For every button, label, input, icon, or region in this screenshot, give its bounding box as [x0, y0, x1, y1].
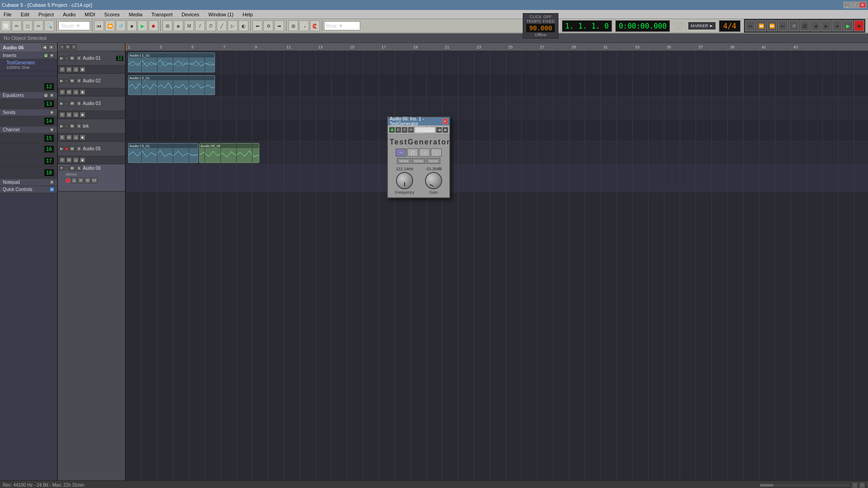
- transport-record[interactable]: ⏺: [148, 20, 158, 31]
- tp-rewind[interactable]: ⏪: [756, 20, 766, 31]
- track-lane-1[interactable]: Audio 01_01: [126, 51, 868, 74]
- track-mon-6[interactable]: ◎: [71, 177, 77, 183]
- channel-section[interactable]: Channel ▼: [0, 126, 57, 134]
- tool-erase[interactable]: ◻: [23, 20, 33, 31]
- noise-btn-1[interactable]: Noise: [397, 158, 410, 164]
- transport-prev[interactable]: ⏪: [105, 20, 115, 31]
- menu-file[interactable]: File: [2, 12, 14, 17]
- track-rec-1[interactable]: ⏺: [80, 67, 86, 72]
- plugin-close-btn[interactable]: ✕: [443, 119, 448, 124]
- frequency-knob[interactable]: [396, 172, 413, 189]
- tp-punch[interactable]: ⬛: [800, 20, 810, 31]
- track-mon-5[interactable]: ◎: [73, 157, 79, 163]
- transport-stop[interactable]: ■: [127, 20, 137, 31]
- scroll-bar-h[interactable]: [759, 483, 850, 487]
- track-read-1[interactable]: R: [59, 67, 65, 72]
- position-display[interactable]: 1. 1. 1. 0: [562, 20, 612, 32]
- track-fx-6[interactable]: FX: [91, 177, 97, 183]
- track-rec-5[interactable]: ⏺: [80, 157, 86, 163]
- nudge-left[interactable]: ⬅: [253, 20, 262, 31]
- tool-trim[interactable]: /: [195, 20, 205, 31]
- track-solo-6[interactable]: S: [76, 165, 82, 171]
- track-write-6[interactable]: W: [85, 177, 91, 183]
- plugin-preset-prev[interactable]: ◀: [436, 127, 442, 133]
- track-mute-3[interactable]: M: [69, 100, 75, 106]
- tp-prev-mark[interactable]: ◀: [811, 20, 820, 31]
- track-rec-dot-6[interactable]: [66, 178, 70, 183]
- track-fold-5[interactable]: ▶: [59, 147, 64, 151]
- track-fold-3[interactable]: ▶: [59, 101, 64, 106]
- tool-color[interactable]: ◐: [238, 20, 248, 31]
- wave-sine-btn[interactable]: ~: [396, 148, 406, 157]
- grid-toggle[interactable]: ⊞: [288, 20, 298, 31]
- track-fold-2[interactable]: ▶: [59, 79, 64, 83]
- track-solo-4[interactable]: S: [76, 123, 82, 129]
- tool-line[interactable]: ╱: [217, 20, 227, 31]
- track-mute-6[interactable]: M: [69, 165, 75, 171]
- tp-goto-start[interactable]: ⏮: [745, 20, 755, 31]
- zoom-plus[interactable]: +: [859, 482, 865, 488]
- track-solo-1[interactable]: S: [76, 55, 82, 61]
- track-lane-5[interactable]: Audio 05_01 Audio 05_06: [126, 142, 868, 164]
- tool-timewarp[interactable]: ⏱: [206, 20, 216, 31]
- noise-btn-3[interactable]: Noise: [426, 158, 440, 164]
- track-mon-4[interactable]: ◎: [73, 134, 79, 140]
- time-display[interactable]: 0:00:00.000: [615, 20, 670, 32]
- menu-edit[interactable]: Edit: [19, 12, 31, 17]
- menu-devices[interactable]: Devices: [180, 12, 201, 17]
- track-read-5[interactable]: R: [59, 157, 65, 163]
- track-solo-btn[interactable]: S: [71, 44, 76, 50]
- tp-fast-fwd[interactable]: ⏩: [767, 20, 777, 31]
- tp-goto-end[interactable]: ⏭: [778, 20, 788, 31]
- menu-window[interactable]: Window (1): [206, 12, 235, 17]
- track-write-1[interactable]: W: [66, 67, 72, 72]
- plugin-w-btn[interactable]: W: [408, 127, 414, 133]
- tool-play-t[interactable]: ▷: [228, 20, 238, 31]
- nudge-right[interactable]: ➡: [274, 20, 284, 31]
- menu-project[interactable]: Project: [37, 12, 56, 17]
- tool-glue[interactable]: ◈: [173, 20, 183, 31]
- add-track-btn[interactable]: +: [59, 44, 65, 50]
- wave-saw-btn[interactable]: ↓: [431, 148, 442, 157]
- track-solo-3[interactable]: S: [76, 100, 82, 106]
- menu-help[interactable]: Help: [241, 12, 255, 17]
- sends-section[interactable]: Sends ▼: [0, 109, 57, 116]
- beat-dropdown[interactable]: Beat ▼: [324, 21, 360, 30]
- plugin-preset-dropdown[interactable]: 1000Hz Sine: [415, 127, 435, 133]
- track-solo-2[interactable]: S: [76, 78, 82, 84]
- tp-cycle[interactable]: ↺: [789, 20, 799, 31]
- track-fold-4[interactable]: ▶: [59, 124, 64, 129]
- plugin-r-btn[interactable]: R: [402, 127, 407, 133]
- qc-expand[interactable]: ⚙: [49, 187, 54, 192]
- inserts-power[interactable]: ⏻: [43, 53, 48, 58]
- menu-transport[interactable]: Transport: [150, 12, 175, 17]
- transport-play[interactable]: ▶: [138, 20, 148, 31]
- track-mute-5[interactable]: M: [69, 146, 75, 152]
- noise-btn-2[interactable]: Noise: [412, 158, 425, 164]
- track-write-5[interactable]: W: [66, 157, 72, 163]
- track-mute-4[interactable]: M: [69, 123, 75, 129]
- track-write-4[interactable]: W: [66, 134, 72, 140]
- track-lane-3[interactable]: [126, 96, 868, 119]
- track-lane-4[interactable]: [126, 119, 868, 142]
- tool-range[interactable]: ⊞: [162, 20, 172, 31]
- track-mute-2[interactable]: M: [69, 78, 75, 84]
- plugin-insert-entry[interactable]: TestGenerator 1000Hz Sine: [0, 59, 57, 71]
- transport-cycle[interactable]: ↺: [116, 20, 126, 31]
- inspector-fold-btn[interactable]: ◀: [42, 44, 48, 50]
- eq-power[interactable]: ⏻: [43, 93, 48, 98]
- nudge-config[interactable]: ⚙: [263, 20, 273, 31]
- tp-rec[interactable]: ⏺: [854, 20, 864, 31]
- close-button[interactable]: ✕: [859, 2, 866, 8]
- tool-mute-t[interactable]: M: [184, 20, 194, 31]
- gain-knob[interactable]: [425, 172, 442, 189]
- notepad-section[interactable]: Notepad ▼: [0, 179, 57, 186]
- wave-triangle-btn[interactable]: ∧: [419, 148, 430, 157]
- inserts-expand[interactable]: ▼: [49, 53, 54, 58]
- track-mute-1[interactable]: M: [69, 55, 75, 61]
- maximize-button[interactable]: □: [851, 2, 858, 8]
- snap-toggle[interactable]: 🧲: [310, 20, 320, 31]
- track-read-3[interactable]: R: [59, 112, 65, 118]
- track-opts-btn[interactable]: M: [65, 44, 71, 50]
- clip-audio-05-06[interactable]: Audio 05_06: [199, 143, 259, 163]
